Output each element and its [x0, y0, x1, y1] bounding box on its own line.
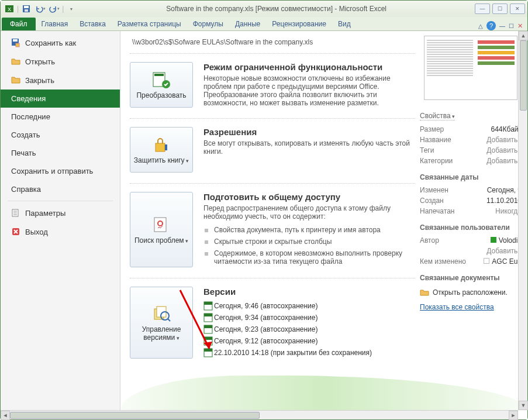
folder-close-icon — [11, 75, 20, 85]
related-docs-heading: Связанные документы — [420, 274, 522, 282]
tab-home[interactable]: Главная — [36, 18, 74, 30]
protect-workbook-button[interactable]: Защитить книгу — [130, 127, 193, 173]
tab-layout[interactable]: Разметка страницы — [112, 18, 187, 30]
sidebar-item-label: Сохранить как — [25, 39, 76, 47]
sidebar-item-open[interactable]: Открыть — [1, 52, 120, 71]
tab-formulas[interactable]: Формулы — [187, 18, 229, 30]
svg-rect-32 — [204, 349, 212, 352]
scroll-up-icon[interactable]: ▲ — [519, 31, 528, 40]
convert-icon — [152, 70, 171, 89]
tab-view[interactable]: Вид — [332, 18, 357, 30]
sidebar-item-recent[interactable]: Последние — [1, 108, 120, 126]
related-people-heading: Связанные пользователи — [420, 223, 522, 232]
tab-file[interactable]: Файл — [2, 18, 36, 30]
tab-insert[interactable]: Вставка — [74, 18, 112, 30]
ribbon-window-min-icon[interactable]: — — [499, 23, 505, 29]
ribbon-tabs: Файл Главная Вставка Разметка страницы Ф… — [1, 17, 527, 31]
sidebar-item-share[interactable]: Сохранить и отправить — [1, 162, 120, 180]
scroll-down-icon[interactable]: ▼ — [519, 401, 528, 410]
sidebar-item-exit[interactable]: Выход — [1, 222, 120, 241]
prep-item: Скрытые строки и скрытые столбцы — [203, 236, 415, 247]
close-window-button[interactable]: ✕ — [510, 4, 525, 14]
prop-label: Автор — [420, 236, 439, 245]
properties-panel: Свойства Размер644Кбайт НазваниеДобавить… — [420, 36, 522, 415]
tab-review[interactable]: Рецензирование — [266, 18, 332, 30]
exit-icon — [11, 227, 20, 236]
check-issues-button[interactable]: Поиск проблем — [130, 192, 193, 267]
save-icon[interactable] — [20, 2, 33, 15]
prop-add-tags[interactable]: Добавить . — [486, 146, 522, 154]
scroll-right-icon[interactable]: ► — [509, 411, 518, 420]
tab-data[interactable]: Данные — [229, 18, 266, 30]
version-item[interactable]: Сегодня, 9:23 (автосохранение) — [203, 323, 415, 335]
folder-open-icon — [11, 57, 20, 66]
sidebar-item-help[interactable]: Справка — [1, 180, 120, 198]
svg-rect-4 — [25, 9, 28, 12]
svg-rect-30 — [204, 337, 212, 340]
scroll-left-icon[interactable]: ◄ — [1, 411, 10, 420]
prop-add-title[interactable]: Добавить . — [486, 136, 522, 144]
scroll-thumb[interactable] — [520, 40, 527, 111]
vertical-scrollbar[interactable]: ▲ ▼ — [518, 31, 527, 410]
sidebar-item-label: Закрыть — [25, 76, 54, 85]
section-permissions: Защитить книгу Разрешения Все могут откр… — [130, 118, 415, 183]
related-dates-heading: Связанные даты — [420, 173, 522, 181]
compat-title: Режим ограниченной функциональности — [203, 62, 415, 72]
sidebar-item-close[interactable]: Закрыть — [1, 71, 120, 89]
window-controls: — ☐ ✕ — [475, 4, 525, 14]
document-thumbnail[interactable] — [424, 36, 517, 100]
perm-title: Разрешения — [203, 127, 415, 137]
horizontal-scrollbar[interactable]: ◄ ► — [1, 410, 518, 419]
manage-versions-button[interactable]: Управление версиями — [130, 287, 193, 359]
sidebar-item-new[interactable]: Создать — [1, 126, 120, 144]
prop-author[interactable]: Volodin — [491, 236, 522, 245]
version-item[interactable]: Сегодня, 9:34 (автосохранение) — [203, 312, 415, 323]
file-path: \\w3bor02\s$\Sofware EULAs\Software in t… — [130, 36, 415, 53]
svg-rect-24 — [204, 302, 212, 305]
prop-value: Сегодня, 9 — [487, 186, 522, 194]
maximize-button[interactable]: ☐ — [492, 4, 508, 14]
sidebar-item-label: Создать — [11, 130, 40, 139]
convert-button-label: Преобразовать — [136, 91, 186, 99]
undo-icon[interactable]: ▾ — [34, 2, 47, 15]
sidebar-item-options[interactable]: Параметры — [1, 204, 120, 222]
window-title: Software in the company.xls [Режим совме… — [78, 5, 475, 13]
prop-label: Напечатан — [420, 207, 454, 215]
sidebar-item-label: Выход — [25, 228, 48, 236]
qat-customize-icon[interactable]: ▾ — [65, 2, 78, 15]
version-item[interactable]: Сегодня, 9:12 (автосохранение) — [203, 335, 415, 347]
version-item[interactable]: Сегодня, 9:46 (автосохранение) — [203, 300, 415, 312]
section-compatibility: Преобразовать Режим ограниченной функцио… — [130, 53, 415, 118]
show-all-properties-link[interactable]: Показать все свойства — [420, 297, 494, 311]
sidebar-item-label: Печать — [11, 149, 36, 157]
sidebar-item-print[interactable]: Печать — [1, 144, 120, 162]
ribbon-window-restore-icon[interactable]: ☐ — [509, 23, 514, 29]
sidebar-item-label: Параметры — [25, 209, 65, 218]
sidebar-item-label: Справка — [11, 185, 41, 194]
help-icon[interactable]: ? — [486, 21, 496, 30]
redo-icon[interactable]: ▾ — [48, 2, 61, 15]
ribbon-minimize-icon[interactable]: △ — [478, 23, 483, 29]
scroll-thumb[interactable] — [10, 412, 260, 419]
prop-label: Создан — [420, 197, 444, 205]
prop-add-author[interactable]: Добавить . — [486, 247, 522, 255]
perm-body: Все могут открывать, копировать и изменя… — [203, 139, 415, 156]
ribbon-window-close-icon[interactable]: ✕ — [517, 22, 523, 30]
excel-app-icon[interactable]: X — [3, 2, 16, 15]
version-item[interactable]: 22.10.2010 14:18 (при закрытии без сохра… — [203, 347, 415, 359]
prop-modified-by[interactable]: AGC Eur. — [484, 257, 522, 266]
minimize-button[interactable]: — — [475, 4, 490, 14]
sidebar-item-info[interactable]: Сведения — [1, 89, 120, 108]
versions-title: Версии — [203, 287, 415, 297]
sidebar-item-label: Сведения — [11, 94, 46, 103]
properties-dropdown[interactable]: Свойства — [420, 112, 455, 121]
check-issues-label: Поиск проблем — [134, 236, 188, 245]
quick-access-toolbar: X | ▾ ▾ | ▾ — [3, 2, 78, 15]
prop-add-categories[interactable]: Добавить . — [486, 157, 522, 165]
convert-button[interactable]: Преобразовать — [130, 62, 193, 108]
saveas-icon — [11, 38, 20, 47]
options-icon — [11, 208, 20, 218]
open-file-location[interactable]: Открыть расположени. — [420, 285, 522, 297]
sidebar-item-saveas[interactable]: Сохранить как — [1, 33, 120, 52]
prop-value: 11.10.2010 — [486, 197, 522, 205]
